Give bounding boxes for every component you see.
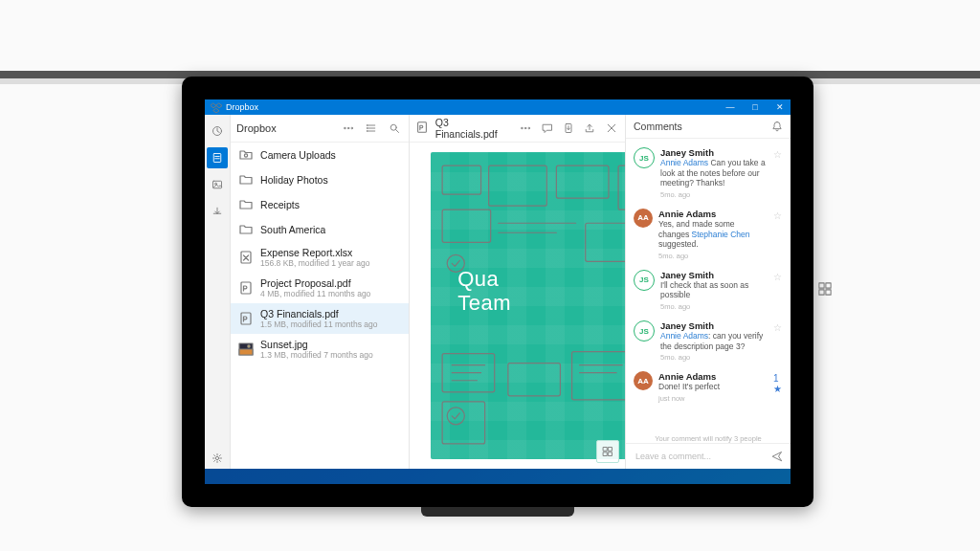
star-icon[interactable]: ☆ [773,322,783,333]
comment-author: Janey Smith [660,270,768,280]
svg-rect-18 [241,282,251,294]
xlsx-icon [238,250,254,265]
comment-icon[interactable] [540,120,555,137]
file-name: Camera Uploads [260,149,336,161]
comment-time: just now [658,394,768,403]
window-title: Dropbox [226,102,258,112]
comment-body: Yes, and made some changes Stephanie Che… [658,219,768,250]
comment-notify-hint: Your comment will notify 3 people [626,431,791,443]
nav-photos[interactable] [207,174,228,195]
download-icon[interactable] [561,120,576,137]
windows-hardware-button[interactable] [813,277,836,300]
folder_camera-icon [238,147,254,163]
file-meta: 156.8 KB, modified 1 year ago [260,258,369,268]
comment-author: Janey Smith [660,147,768,158]
svg-rect-43 [604,452,608,456]
star-icon[interactable]: ☆ [773,210,783,221]
folder-icon [238,197,254,212]
window-minimize-button[interactable]: — [720,99,741,115]
file-list[interactable]: Camera Uploads Holiday Photos Receipts S… [231,143,409,469]
folder-icon [238,172,254,187]
nav-rail [205,115,231,469]
windows-taskbar[interactable] [205,469,791,484]
file-name: Project Proposal.pdf [260,277,370,289]
file-row[interactable]: Project Proposal.pdf 4 MB, modified 11 m… [231,273,409,303]
nav-settings[interactable] [207,448,228,469]
svg-rect-21 [239,349,253,355]
comment-item[interactable]: AA Annie Adams Done! It's perfect just n… [626,366,791,408]
avatar: JS [634,270,655,291]
svg-point-10 [347,127,349,129]
nav-files[interactable] [207,147,228,168]
file-meta: 4 MB, modified 11 months ago [260,289,370,298]
svg-point-11 [351,127,353,129]
dropbox-app-window: Dropbox — □ ✕ [205,99,791,469]
svg-rect-5 [213,154,221,163]
comment-body: Done! It's perfect [658,382,768,392]
star-icon[interactable]: ☆ [773,272,783,282]
avatar: JS [634,147,655,168]
pdf-icon [238,280,254,296]
svg-point-25 [525,127,527,129]
svg-rect-44 [609,452,612,456]
comment-item[interactable]: AA Annie Adams Yes, and made some change… [626,204,791,265]
comment-time: 5mo. ago [660,353,768,362]
svg-rect-19 [241,313,251,324]
svg-rect-28 [442,165,480,194]
view-list-icon[interactable] [363,120,380,137]
svg-point-24 [522,127,523,129]
grid-thumbnails-button[interactable] [596,440,619,463]
file-row[interactable]: Sunset.jpg 1.3 MB, modified 7 months ago [231,334,409,364]
send-icon[interactable] [771,451,783,462]
close-preview-icon[interactable] [604,120,619,137]
comment-time: 5mo. ago [658,252,768,260]
notifications-bell-icon[interactable] [771,121,783,132]
file-row[interactable]: Holiday Photos [231,167,409,192]
svg-rect-23 [418,122,427,133]
window-maximize-button[interactable]: □ [745,99,766,115]
svg-point-22 [248,345,251,348]
nav-offline[interactable] [207,201,228,222]
image-icon [238,342,254,357]
file-meta: 1.3 MB, modified 7 months ago [260,350,373,360]
comment-body: I'll check that as soon as possible [660,280,768,300]
comments-list[interactable]: JS Janey Smith Annie Adams Can you take … [626,139,791,431]
file-row[interactable]: Receipts [231,192,409,217]
file-row[interactable]: Q3 Financials.pdf 1.5 MB, modified 11 mo… [231,303,409,334]
file-name: Sunset.jpg [260,339,373,350]
search-icon[interactable] [386,120,403,137]
svg-rect-35 [508,364,561,396]
file-row[interactable]: Camera Uploads [231,143,409,167]
share-icon[interactable] [582,120,597,137]
preview-title: Q3 Financials.pdf [435,117,506,140]
comment-item[interactable]: JS Janey Smith Annie Adams: can you veri… [626,316,791,366]
svg-rect-3 [826,290,831,295]
document-page[interactable]: Qua Team [431,152,625,459]
star-icon[interactable]: 1 ★ [773,373,783,394]
comment-author: Annie Adams [658,371,768,382]
svg-rect-2 [819,290,824,295]
file-row[interactable]: South America [231,217,409,242]
file-row[interactable]: Expense Report.xlsx 156.8 KB, modified 1… [231,242,409,273]
comment-body: Annie Adams Can you take a look at the n… [660,158,768,188]
more-icon[interactable] [340,120,357,137]
comment-input[interactable] [634,451,766,462]
preview-header: Q3 Financials.pdf [410,115,625,143]
document-preview: Q3 Financials.pdf [410,115,626,469]
nav-recents[interactable] [207,121,228,142]
file-panel-header: Dropbox [231,115,409,143]
breadcrumb[interactable]: Dropbox [236,122,277,134]
star-icon[interactable]: ☆ [773,149,783,160]
svg-point-40 [447,408,464,425]
file-meta: 1.5 MB, modified 11 months ago [260,320,377,329]
preview-more-icon[interactable] [518,120,533,137]
svg-rect-29 [489,165,547,206]
comment-item[interactable]: JS Janey Smith Annie Adams Can you take … [626,143,791,204]
svg-rect-1 [826,283,831,288]
svg-point-16 [244,154,247,157]
svg-rect-31 [618,165,625,209]
comment-author: Janey Smith [660,320,768,331]
comment-item[interactable]: JS Janey Smith I'll check that as soon a… [626,265,791,316]
window-close-button[interactable]: ✕ [769,99,791,115]
comment-author: Annie Adams [658,209,768,219]
